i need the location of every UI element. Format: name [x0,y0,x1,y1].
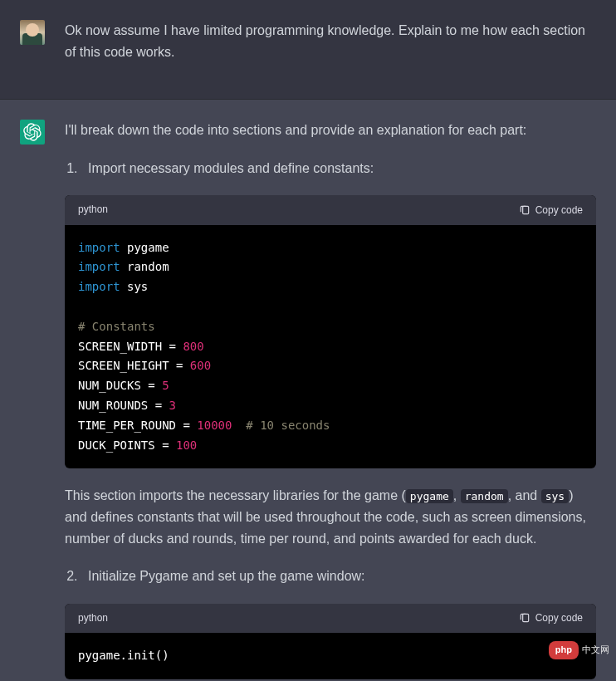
code-token: # 10 seconds [232,419,330,432]
code-token: 10000 [197,419,232,432]
code-token: sys [120,280,149,293]
code-token: 3 [169,399,176,412]
code-token: SCREEN_HEIGHT = [78,359,190,372]
code-token: DUCK_POINTS = [78,438,176,452]
clipboard-icon [519,612,530,624]
code-token: import [78,260,120,273]
code-language-label: python [78,202,108,218]
code-header-2: python Copy code [65,604,596,633]
inline-code: pygame [406,489,453,503]
code-header-1: python Copy code [65,195,596,224]
svg-rect-0 [522,206,528,213]
code-token: import [78,280,120,293]
assistant-message: I'll break down the code into sections a… [0,100,616,681]
code-block-2: python Copy code pygame.init() [65,604,596,679]
code-content-2[interactable]: pygame.init() [65,633,596,679]
section-1-title: Import necessary modules and define cons… [88,161,374,175]
code-token: 600 [190,359,211,372]
code-token: # Constants [78,320,155,333]
inline-code: random [461,489,508,503]
watermark-text: 中文网 [582,643,609,658]
user-content: Ok now assume I have limited programming… [65,20,596,79]
copy-code-label: Copy code [535,204,583,216]
watermark-badge: php [549,641,579,659]
code-token: NUM_ROUNDS = [78,399,169,412]
code-token: 100 [176,438,197,452]
code-token: 800 [183,340,203,353]
assistant-content: I'll break down the code into sections a… [65,120,596,681]
inline-code: sys [541,489,569,503]
section-1-item: Import necessary modules and define cons… [81,158,596,179]
section-list: Import necessary modules and define cons… [81,158,596,179]
copy-code-button[interactable]: Copy code [519,204,583,216]
openai-logo-icon [23,123,42,141]
clipboard-icon [519,204,530,216]
code-token: NUM_DUCKS = [78,379,162,392]
code-token: SCREEN_WIDTH = [78,340,183,353]
section-2-title: Initialize Pygame and set up the game wi… [88,569,365,583]
code-token: pygame [120,241,169,254]
user-message: Ok now assume I have limited programming… [0,0,616,100]
code-token: random [120,260,169,273]
code-content-1[interactable]: import pygame import random import sys #… [65,225,596,469]
watermark: php 中文网 [549,641,609,659]
code-block-1: python Copy code import pygame import ra… [65,195,596,468]
user-avatar [20,20,45,45]
code-token: import [78,241,120,254]
section-list: Initialize Pygame and set up the game wi… [81,566,596,587]
user-text: Ok now assume I have limited programming… [65,20,596,62]
section-2-item: Initialize Pygame and set up the game wi… [81,566,596,587]
section-1-explanation: This section imports the necessary libra… [65,485,596,549]
code-token: 5 [162,379,169,392]
copy-code-button[interactable]: Copy code [519,612,583,624]
code-token: TIME_PER_ROUND = [78,419,197,432]
assistant-avatar [20,120,45,145]
svg-rect-1 [522,615,528,622]
code-token: pygame.init() [78,649,169,662]
code-language-label: python [78,610,108,626]
assistant-intro: I'll break down the code into sections a… [65,120,596,141]
copy-code-label: Copy code [535,612,583,624]
